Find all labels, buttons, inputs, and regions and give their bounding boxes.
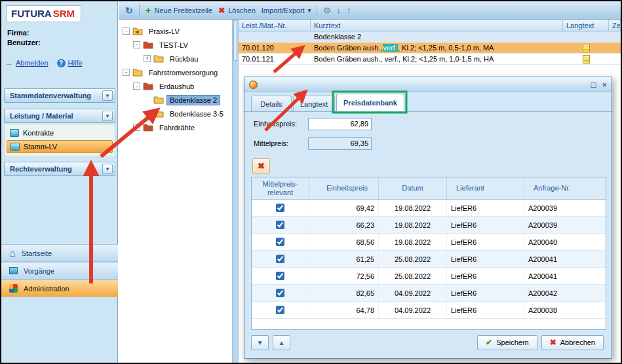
accordion-label: Rechteverwaltung [10,165,72,173]
kontrakte-icon [10,129,19,137]
tree-item-praxis-lv[interactable]: -Praxis-LV [119,24,232,38]
collapse-icon[interactable]: - [133,82,140,90]
einheitspreis-field: Einheitspreis: [254,117,398,130]
tab-preisdatenbank[interactable]: Preisdatenbank [336,94,404,111]
abbrechen-button[interactable]: ✖ Abbrechen [541,335,604,350]
user-info: Firma: Benutzer: [7,28,41,48]
logo-text-futura: FUTURA [11,8,52,19]
tab-details[interactable]: Details [251,96,292,111]
tree-item-label[interactable]: Erdaushub [156,81,197,92]
tree-item-label[interactable]: Fahrstromversorgung [146,67,221,78]
tree-item-erdaushub[interactable]: -Erdaushub [119,79,232,93]
accordion-leistung-material[interactable]: Leistung / Material ▼ [4,109,115,123]
tree-item-label[interactable]: Bodenklasse 3-5 [166,109,227,119]
accordion-stammdatenverwaltung[interactable]: Stammdatenverwaltung ▼ [4,88,115,103]
table-row[interactable]: 70.01.120Boden Gräben aush., verf., Kl.2… [239,43,621,54]
mittelpreis-input[interactable] [308,137,372,150]
mittelpreis-relevant-checkbox[interactable] [276,221,284,229]
mittelpreis-relevant-checkbox[interactable] [276,306,284,314]
mittelpreis-relevant-checkbox[interactable] [276,204,284,212]
check-icon: ✔ [486,338,492,347]
chevron-down-icon[interactable]: ▼ [102,111,113,121]
langtext-doc-icon[interactable] [583,55,590,64]
folder-icon [132,68,143,77]
folder-icon [143,123,153,132]
mittelpreis-relevant-cell [252,217,309,233]
einheitspreis-input[interactable] [308,118,372,130]
tree-item-fahrstromversorgung[interactable]: -Fahrstromversorgung [119,65,232,79]
dialog-window-controls: □ × [591,81,607,89]
mittelpreis-relevant-cell [252,234,309,250]
tree-item-label[interactable]: Fahrdrähte [156,122,198,133]
download-icon[interactable]: ↓ [336,5,341,15]
upload-icon[interactable]: ↑ [347,5,351,15]
tree-item-label[interactable]: Bodenklasse 2 [166,95,220,105]
chevron-down-icon[interactable]: ▼ [102,90,113,101]
neue-freitextzeile-button[interactable]: + Neue Freitextzeile [146,6,212,14]
hilfe-link[interactable]: ? Hilfe [57,59,83,67]
mittelpreis-relevant-checkbox[interactable] [276,272,284,280]
speichern-button[interactable]: ✔ Speichern [477,335,537,350]
mittelpreis-relevant-checkbox[interactable] [276,289,284,297]
tree-item-test-lv[interactable]: -TEST-LV [119,38,232,52]
expand-icon[interactable]: + [144,55,151,62]
move-down-button[interactable]: ▼ [251,335,269,350]
nav-label: Startseite [22,249,52,257]
abmelden-link[interactable]: → Abmelden [5,58,49,67]
scrollbar-thumb[interactable] [233,20,237,61]
einheitspreis-cell: 61,25 [309,251,379,267]
sidebar-item-administration[interactable]: Administration [1,280,118,297]
mittelpreis-relevant-checkbox[interactable] [276,238,284,246]
preview-icon[interactable]: ⊙ [323,5,330,15]
loeschen-button[interactable]: ✖ Löschen [218,6,256,15]
kurztext-cell: Boden Gräben aush., verf., Kl.2; <1,25 m… [311,54,563,64]
price-row: 82,6504.09.2022LiefER6A200042 [252,285,606,302]
close-button[interactable]: × [602,81,607,89]
toolbar: ↻ + Neue Freitextzeile ✖ Löschen Import/… [119,1,621,20]
move-up-button[interactable]: ▲ [273,335,290,350]
import-export-dropdown[interactable]: Import/Export ▾ [262,7,311,14]
column-header-langtext: Langtext [563,20,609,31]
dialog-tabs: DetailsLangtextPreisdatenbank [244,92,612,112]
collapse-icon[interactable]: - [123,69,130,76]
collapse-icon[interactable]: - [123,27,130,35]
maximize-button[interactable]: □ [591,81,596,89]
tree-item-bodenklasse-3-5[interactable]: Bodenklasse 3-5 [119,107,232,120]
accordion-rechteverwaltung[interactable]: Rechteverwaltung ▼ [4,162,115,176]
anfrage-nr-cell: A200039 [524,217,606,233]
hilfe-label[interactable]: Hilfe [68,59,83,67]
dialog-titlebar[interactable]: □ × [244,77,612,92]
sidebar: FUTURASRM Firma: Benutzer: → Abmelden ? … [1,1,118,363]
abmelden-label[interactable]: Abmelden [16,59,49,67]
collapse-icon[interactable]: - [133,41,140,48]
expand-icon[interactable]: + [133,124,140,131]
tab-langtext[interactable]: Langtext [293,96,335,111]
tree-item-fahrdr-hte[interactable]: +Fahrdrähte [119,120,232,134]
chevron-down-icon[interactable]: ▼ [102,164,113,174]
tree-scrollbar[interactable] [232,20,239,363]
sidebar-item-stamm-lv[interactable]: Stamm-LV [7,140,113,153]
tree-item-label[interactable]: Praxis-LV [146,26,183,37]
tree-item-label[interactable]: TEST-LV [156,40,191,50]
mittelpreis-relevant-cell [252,268,309,284]
price-row: 68,5619.08.2022LiefER6A200040 [252,234,606,251]
tree-item-r-ckbau[interactable]: +Rückbau [119,52,232,65]
table-row[interactable]: 70.01.121Boden Gräben aush., verf., Kl.2… [239,54,621,65]
langtext-doc-icon[interactable] [583,44,590,52]
app-logo: FUTURASRM [6,5,81,22]
price-row: 69,4219.08.2022LiefER6A200039 [252,200,606,217]
price-row: 72,5625.08.2022LiefER6A200041 [252,268,606,285]
tree-item-bodenklasse-2[interactable]: Bodenklasse 2 [119,93,232,107]
sidebar-links: → Abmelden ? Hilfe [5,58,83,67]
tree-item-label[interactable]: Rückbau [166,54,201,64]
sidebar-item-vorgaenge[interactable]: Vorgänge [1,262,118,280]
refresh-icon[interactable]: ↻ [125,5,133,16]
mittelpreis-relevant-checkbox[interactable] [276,255,284,263]
table-row[interactable]: Bodenklasse 2 [239,31,621,43]
sidebar-item-startseite[interactable]: ⌂ Startseite [1,244,118,262]
delete-price-button[interactable]: ✖ [252,158,270,173]
sidebar-item-kontrakte[interactable]: Kontrakte [7,126,113,139]
price-row: 66,2319.08.2022LiefER6A200039 [252,217,606,234]
langtext-cell [563,43,609,53]
price-col-header-anfrage-nr: Anfrage-Nr. [524,177,606,199]
